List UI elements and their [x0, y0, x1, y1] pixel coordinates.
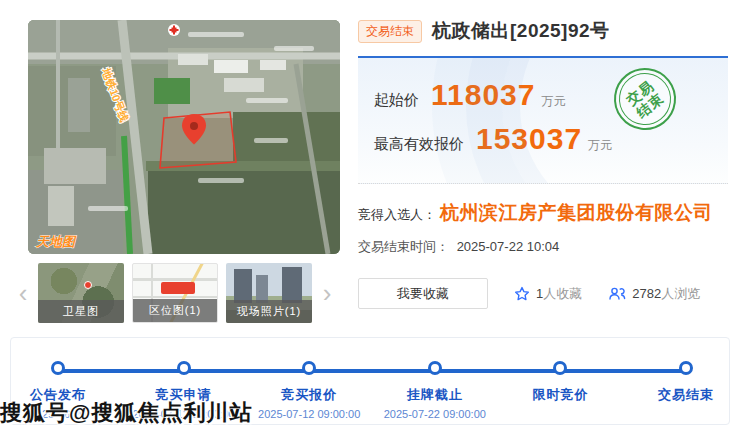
highest-bid-value: 153037	[476, 124, 582, 154]
image-gallery: ‹ 卫星图 区位图(1) 现场照片(1) ›	[12, 262, 348, 324]
favorite-button[interactable]: 我要收藏	[358, 278, 488, 309]
end-time-row: 交易结束时间： 2025-07-22 10:04	[358, 238, 728, 256]
timeline-step-bid-application: 竞买申请 2025-07-12 09:00:00	[114, 386, 254, 420]
timeline-node	[177, 361, 191, 375]
thumbnail-caption: 现场照片(1)	[226, 300, 312, 323]
start-price-unit: 万元	[541, 93, 565, 110]
timeline-node	[51, 361, 65, 375]
auction-timeline: 公告发布 2025-06-20 竞买申请 2025-07-12 09:00:00…	[10, 337, 730, 425]
timeline-step-announcement: 公告发布 2025-06-20	[0, 386, 128, 420]
hospital-icon	[168, 24, 180, 36]
land-auction-page: 地铁10号线 天地图 ‹ 卫星图 区位图(1) 现场照片(1) ›	[0, 0, 740, 434]
end-time-label: 交易结束时间：	[358, 239, 449, 254]
listing-header: 交易结束 杭政储出[2025]92号	[358, 18, 728, 44]
highest-bid-label: 最高有效报价	[374, 135, 464, 154]
gallery-prev-icon[interactable]: ‹	[12, 263, 34, 323]
thumbnail-pin-dot	[84, 281, 92, 289]
actions-row: 我要收藏 1人收藏 2782人浏览	[358, 278, 728, 309]
thumbnail-caption: 区位图(1)	[133, 299, 217, 322]
timeline-step-timed-auction: 限时竞价	[490, 386, 630, 420]
favorite-count[interactable]: 1人收藏	[514, 285, 582, 303]
timeline-node	[302, 361, 316, 375]
view-count: 2782人浏览	[608, 285, 700, 303]
page-title: 杭政储出[2025]92号	[432, 18, 610, 44]
timeline-node	[428, 361, 442, 375]
winner-label: 竞得入选人：	[358, 206, 436, 224]
timeline-node	[553, 361, 567, 375]
timeline-step-listing-deadline: 挂牌截止 2025-07-22 09:00:00	[365, 386, 505, 420]
thumbnail-site-photo[interactable]: 现场照片(1)	[226, 263, 312, 323]
satellite-map[interactable]: 地铁10号线 天地图	[28, 20, 340, 254]
start-price-value: 118037	[431, 80, 535, 110]
thumbnail-caption: 卫星图	[38, 300, 124, 323]
timeline-step-bidding: 竞买报价 2025-07-12 09:00:00	[239, 386, 379, 420]
map-provider-logo: 天地图	[35, 234, 77, 249]
price-card: 起始价 118037 万元 最高有效报价 153037 万元 交易 结束	[358, 56, 728, 184]
status-badge: 交易结束	[358, 20, 422, 43]
thumbnail-satellite[interactable]: 卫星图	[38, 263, 124, 323]
listing-detail-panel: 交易结束 杭政储出[2025]92号 起始价 118037 万元 最高有效报价 …	[358, 14, 728, 309]
thumbnail-parcel-marker	[161, 282, 195, 294]
highest-bid-unit: 万元	[588, 137, 612, 154]
satellite-map-image: 地铁10号线 天地图	[28, 20, 340, 254]
winner-name: 杭州滨江房产集团股份有限公司	[440, 200, 713, 226]
gallery-next-icon[interactable]: ›	[316, 263, 338, 323]
start-price-label: 起始价	[374, 91, 419, 110]
end-time-value: 2025-07-22 10:04	[457, 239, 560, 254]
timeline-step-transaction-end: 交易结束	[616, 386, 740, 420]
timeline-node	[679, 361, 693, 375]
winner-row: 竞得入选人： 杭州滨江房产集团股份有限公司	[358, 200, 728, 226]
timeline-track: 公告发布 2025-06-20 竞买申请 2025-07-12 09:00:00…	[58, 369, 686, 373]
users-icon	[608, 286, 626, 301]
highest-bid-row: 最高有效报价 153037 万元	[374, 124, 712, 154]
star-icon	[514, 286, 530, 302]
thumbnail-location-map[interactable]: 区位图(1)	[132, 263, 218, 323]
